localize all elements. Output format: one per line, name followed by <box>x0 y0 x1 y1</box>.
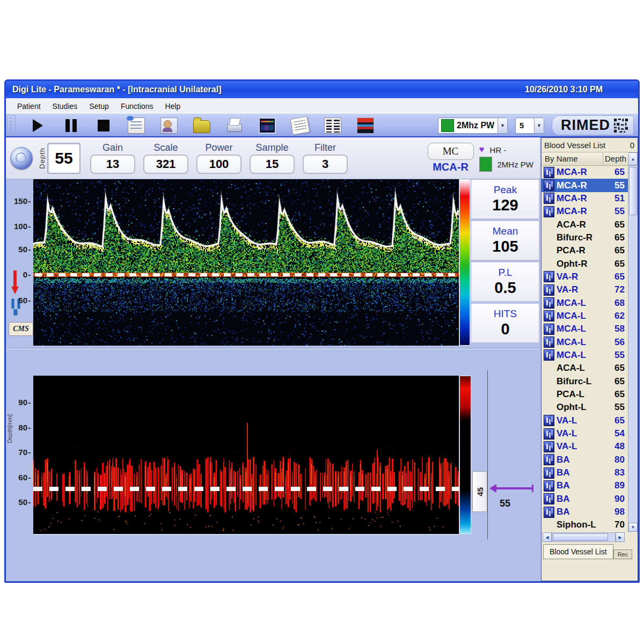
probe-select[interactable]: 2Mhz PW ▼ <box>438 118 508 134</box>
vessel-row[interactable]: ACA-L65 <box>541 362 638 375</box>
menu-patient[interactable]: Patient <box>11 100 47 113</box>
notes-button[interactable] <box>289 115 311 135</box>
vessel-row[interactable]: Bifurc-R65 <box>541 231 638 244</box>
report-button[interactable] <box>322 115 343 135</box>
vessel-row[interactable]: Opht-R65 <box>541 257 638 270</box>
mmode-axis-label: Depth[mm] <box>6 414 13 443</box>
vessel-panel-title: Blood Vessel List <box>544 141 605 150</box>
vessel-row[interactable]: VA-L65 <box>541 414 638 427</box>
scrollbar-up-button[interactable]: ▲ <box>628 152 638 165</box>
vessel-spectrum-icon <box>544 284 554 296</box>
menu-studies[interactable]: Studies <box>47 100 84 113</box>
hscroll-track[interactable] <box>552 532 616 542</box>
vessel-row[interactable]: PCA-L65 <box>541 388 638 401</box>
open-folder-button[interactable] <box>191 115 213 135</box>
vessel-row[interactable]: VA-L54 <box>541 427 638 440</box>
column-depth[interactable]: Depth <box>603 152 628 165</box>
vessel-row[interactable]: VA-R65 <box>541 270 638 283</box>
scrollbar-thumb[interactable] <box>629 167 638 215</box>
y-tick: 100 <box>14 222 31 231</box>
param-value[interactable]: 13 <box>90 155 135 174</box>
units-button[interactable]: CMS <box>9 322 33 336</box>
param-value[interactable]: 15 <box>250 155 295 174</box>
vessel-row[interactable]: VA-R72 <box>541 283 638 296</box>
vessel-list: MCA-R65MCA-R55MCA-R51MCA-R55ACA-R65Bifur… <box>541 166 638 532</box>
hr-group: ♥ HR - 2MHz PW <box>479 144 534 172</box>
vessel-row[interactable]: VA-L48 <box>541 440 638 453</box>
vessel-row[interactable]: MCA-L68 <box>541 296 638 309</box>
color-map-button[interactable] <box>355 115 376 135</box>
cycles-select[interactable]: 5 ▼ <box>515 118 544 134</box>
vessel-depth: 65 <box>604 219 625 230</box>
tab-blood-vessel-list[interactable]: Blood Vessel List <box>543 544 613 559</box>
hscroll-left-button[interactable]: ◀ <box>543 532 552 542</box>
vessel-row[interactable]: Bifurc-L65 <box>541 375 638 388</box>
vessel-row[interactable]: MCA-R55 <box>541 205 638 218</box>
doppler-spectrogram[interactable] <box>33 179 459 346</box>
vessel-row[interactable]: BA98 <box>541 506 638 518</box>
scrollbar-down-button[interactable]: ▼ <box>628 523 638 532</box>
vessel-row[interactable]: BA89 <box>541 479 638 492</box>
volume-knob[interactable] <box>10 147 33 170</box>
vessel-depth: 51 <box>604 193 625 204</box>
print-button[interactable] <box>224 115 245 135</box>
chevron-down-icon[interactable]: ▼ <box>534 118 544 133</box>
gate-depth-slider[interactable]: 45 <box>472 471 487 512</box>
vessel-row[interactable]: BA83 <box>541 466 638 479</box>
mc-button[interactable]: MC <box>428 143 474 160</box>
menu-help[interactable]: Help <box>159 100 187 113</box>
chevron-down-icon[interactable]: ▼ <box>497 118 507 133</box>
probe-color-indicator <box>479 157 492 172</box>
vessel-row[interactable]: Siphon-L70 <box>541 518 638 531</box>
column-by-name[interactable]: By Name <box>541 152 603 165</box>
tab-rec[interactable]: Rec <box>613 550 633 559</box>
hscroll-right-button[interactable]: ▶ <box>616 532 625 542</box>
hr-label: HR - <box>490 145 507 155</box>
vessel-spectrum-icon <box>544 507 554 518</box>
vessel-row[interactable]: BA90 <box>541 493 638 506</box>
vessel-name: MCA-R <box>557 193 604 204</box>
param-value[interactable]: 100 <box>196 155 241 174</box>
spectral-display-button[interactable] <box>257 115 278 135</box>
stop-button[interactable] <box>93 115 114 135</box>
depth-value[interactable]: 55 <box>47 143 80 174</box>
spectrum-axis: CMS 15010050050 <box>6 179 33 347</box>
brand-name: RIMED <box>561 117 610 134</box>
patient-record-button[interactable] <box>158 115 180 135</box>
vessel-row[interactable]: ACA-R65 <box>541 218 638 231</box>
toolbar-grip[interactable] <box>7 115 16 136</box>
vessel-depth: 65 <box>604 232 625 243</box>
vessel-row[interactable]: MCA-L55 <box>541 349 638 362</box>
gate-pointer-arrow[interactable] <box>496 487 532 489</box>
exam-checklist-button[interactable] <box>126 115 147 135</box>
velocity-colorbar <box>459 179 470 346</box>
vessel-row[interactable]: MCA-L62 <box>541 310 638 323</box>
vessel-row[interactable]: PCA-R65 <box>541 244 638 257</box>
hscroll-thumb[interactable] <box>553 533 608 541</box>
param-value[interactable]: 3 <box>303 155 348 174</box>
vessel-row[interactable]: Opht-L55 <box>541 401 638 414</box>
vessel-row[interactable]: MCA-R51 <box>541 192 638 205</box>
vessel-row[interactable]: MCA-R55 <box>541 179 638 192</box>
vessel-name: MCA-L <box>557 324 604 334</box>
measure-label: HITS <box>494 308 517 320</box>
vessel-spectrum-icon <box>544 310 554 321</box>
vessel-row[interactable]: MCA-L56 <box>541 335 638 348</box>
vessel-count: 0 <box>630 141 634 150</box>
menu-functions[interactable]: Functions <box>115 100 159 113</box>
title-bar[interactable]: Digi Lite - Parameswaran * - [Intracrani… <box>6 81 638 98</box>
vessel-name: Opht-L <box>557 402 604 413</box>
vertical-scrollbar[interactable]: ▼ <box>628 166 638 532</box>
horizontal-scrollbar: ◀ ▶ <box>543 532 636 542</box>
menu-setup[interactable]: Setup <box>83 100 115 113</box>
vessel-row[interactable]: MCA-L58 <box>541 323 638 335</box>
vessel-name: VA-L <box>557 428 604 439</box>
pause-button[interactable] <box>60 115 82 135</box>
play-button[interactable] <box>27 115 49 135</box>
mmode-display[interactable] <box>33 376 459 534</box>
param-value[interactable]: 321 <box>143 155 188 174</box>
baseline-arrow-icon <box>11 270 19 295</box>
open-folder-icon <box>193 120 210 133</box>
vessel-row[interactable]: BA80 <box>541 453 638 466</box>
vessel-row[interactable]: MCA-R65 <box>541 166 638 179</box>
